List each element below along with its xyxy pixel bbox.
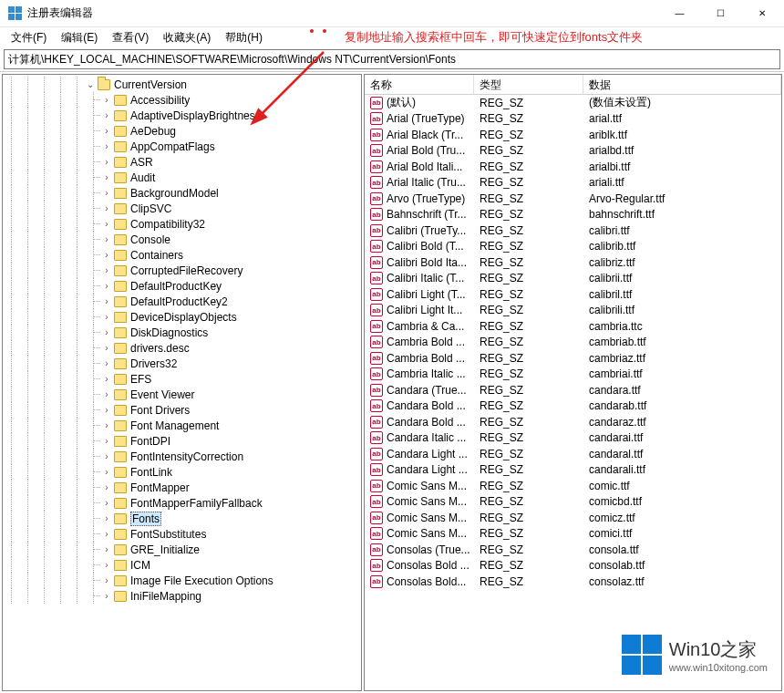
tree-item[interactable]: ›AppCompatFlags (3, 139, 361, 154)
list-row[interactable]: abCambria Italic ...REG_SZcambriai.ttf (365, 367, 781, 383)
chevron-right-icon[interactable]: › (101, 513, 112, 523)
list-row[interactable]: abCambria & Ca...REG_SZcambria.ttc (365, 318, 781, 335)
tree-item[interactable]: ›Accessibility (3, 92, 361, 108)
tree-item[interactable]: ›FontMapper (3, 480, 361, 495)
tree-item[interactable]: ›ICM (3, 557, 361, 573)
list-row[interactable]: abCandara (True...REG_SZcandara.ttf (365, 382, 781, 398)
tree-item[interactable]: ›DeviceDisplayObjects (3, 309, 361, 325)
chevron-down-icon[interactable]: ⌄ (85, 79, 96, 89)
list-row[interactable]: abCambria Bold ...REG_SZcambriaz.ttf (365, 350, 781, 367)
list-row[interactable]: abCalibri Light It...REG_SZcalibrili.ttf (365, 303, 781, 319)
chevron-right-icon[interactable]: › (101, 389, 112, 399)
tree-item[interactable]: ›DefaultProductKey (3, 278, 361, 294)
minimize-button[interactable]: — (659, 1, 700, 26)
chevron-right-icon[interactable]: › (101, 544, 112, 554)
list-row[interactable]: abArial Italic (Tru...REG_SZariali.ttf (365, 175, 781, 191)
chevron-right-icon[interactable]: › (101, 172, 112, 182)
col-header-data[interactable]: 数据 (583, 75, 781, 94)
list-body[interactable]: ab(默认)REG_SZ(数值未设置)abArial (TrueType)REG… (365, 95, 781, 690)
chevron-right-icon[interactable]: › (101, 498, 112, 508)
tree-item[interactable]: ›Font Drivers (3, 402, 361, 418)
list-row[interactable]: abCalibri Light (T...REG_SZcalibril.ttf (365, 286, 781, 303)
chevron-right-icon[interactable]: › (101, 560, 112, 570)
chevron-right-icon[interactable]: › (101, 358, 112, 368)
tree-item[interactable]: ›FontDPI (3, 433, 361, 449)
col-header-type[interactable]: 类型 (474, 75, 583, 94)
chevron-right-icon[interactable]: › (101, 327, 112, 337)
tree-item[interactable]: ›BackgroundModel (3, 185, 361, 201)
list-row[interactable]: abArvo (TrueType)REG_SZArvo-Regular.ttf (365, 191, 781, 207)
tree-item[interactable]: ›Containers (3, 247, 361, 263)
chevron-right-icon[interactable]: › (101, 188, 112, 198)
list-row[interactable]: abArial (TrueType)REG_SZarial.ttf (365, 111, 781, 128)
chevron-right-icon[interactable]: › (101, 250, 112, 260)
list-row[interactable]: abCandara Bold ...REG_SZcandarab.ttf (365, 398, 781, 415)
tree-item[interactable]: ›Fonts (3, 511, 361, 526)
list-row[interactable]: abArial Bold Itali...REG_SZarialbi.ttf (365, 159, 781, 175)
menu-help[interactable]: 帮助(H) (218, 28, 270, 47)
tree-item[interactable]: ›AdaptiveDisplayBrightness (3, 108, 361, 123)
list-row[interactable]: abCandara Light ...REG_SZcandaral.ttf (365, 446, 781, 462)
list-row[interactable]: abConsolas Bold ...REG_SZconsolab.ttf (365, 558, 781, 574)
list-row[interactable]: abConsolas Bold...REG_SZconsolaz.ttf (365, 574, 781, 590)
tree-item[interactable]: ›FontIntensityCorrection (3, 449, 361, 464)
chevron-right-icon[interactable]: › (101, 420, 112, 430)
chevron-right-icon[interactable]: › (101, 529, 112, 539)
chevron-right-icon[interactable]: › (101, 405, 112, 415)
list-row[interactable]: abBahnschrift (Tr...REG_SZbahnschrift.tt… (365, 207, 781, 223)
list-row[interactable]: abCalibri Bold Ita...REG_SZcalibriz.ttf (365, 254, 781, 271)
chevron-right-icon[interactable]: › (101, 296, 112, 306)
chevron-right-icon[interactable]: › (101, 482, 112, 492)
menu-favorites[interactable]: 收藏夹(A) (156, 28, 218, 47)
tree-item[interactable]: ›Image File Execution Options (3, 573, 361, 588)
list-row[interactable]: abCambria Bold ...REG_SZcambriab.ttf (365, 335, 781, 351)
chevron-right-icon[interactable]: › (101, 281, 112, 291)
col-header-name[interactable]: 名称 (365, 75, 474, 94)
tree-item[interactable]: ›Drivers32 (3, 356, 361, 371)
chevron-right-icon[interactable]: › (101, 95, 112, 105)
list-row[interactable]: abCalibri (TrueTy...REG_SZcalibri.ttf (365, 222, 781, 239)
list-row[interactable]: abCalibri Italic (T...REG_SZcalibrii.ttf (365, 271, 781, 287)
tree-item[interactable]: ›Console (3, 232, 361, 247)
chevron-right-icon[interactable]: › (101, 126, 112, 136)
list-row[interactable]: abCalibri Bold (T...REG_SZcalibrib.ttf (365, 239, 781, 255)
maximize-button[interactable]: ☐ (700, 1, 741, 26)
tree-item[interactable]: ›Audit (3, 170, 361, 185)
list-row[interactable]: abComic Sans M...REG_SZcomicbd.ttf (365, 494, 781, 511)
tree-item[interactable]: ›EFS (3, 371, 361, 387)
tree-item[interactable]: ›drivers.desc (3, 340, 361, 356)
chevron-right-icon[interactable]: › (101, 219, 112, 229)
tree-item[interactable]: ›IniFileMapping (3, 588, 361, 604)
list-row[interactable]: abCandara Bold ...REG_SZcandaraz.ttf (365, 414, 781, 430)
tree-item-currentversion[interactable]: ⌄CurrentVersion (3, 77, 361, 92)
tree-item[interactable]: ›ClipSVC (3, 201, 361, 216)
list-row[interactable]: abCandara Italic ...REG_SZcandarai.ttf (365, 430, 781, 447)
menu-file[interactable]: 文件(F) (4, 28, 54, 47)
list-row[interactable]: abArial Black (Tr...REG_SZariblk.ttf (365, 127, 781, 143)
tree-item[interactable]: ›ASR (3, 154, 361, 170)
chevron-right-icon[interactable]: › (101, 203, 112, 213)
menu-edit[interactable]: 编辑(E) (54, 28, 105, 47)
list-row[interactable]: abConsolas (True...REG_SZconsola.ttf (365, 542, 781, 558)
tree-item[interactable]: ›FontLink (3, 464, 361, 480)
address-bar[interactable]: 计算机\HKEY_LOCAL_MACHINE\SOFTWARE\Microsof… (4, 49, 780, 69)
tree-item[interactable]: ›DiskDiagnostics (3, 325, 361, 340)
tree-item[interactable]: ›GRE_Initialize (3, 542, 361, 557)
tree-item[interactable]: ›CorruptedFileRecovery (3, 263, 361, 278)
list-row[interactable]: abComic Sans M...REG_SZcomic.ttf (365, 478, 781, 494)
list-row[interactable]: ab(默认)REG_SZ(数值未设置) (365, 95, 781, 111)
tree-item[interactable]: ›Compatibility32 (3, 216, 361, 232)
menu-view[interactable]: 查看(V) (105, 28, 156, 47)
chevron-right-icon[interactable]: › (101, 374, 112, 384)
list-row[interactable]: abComic Sans M...REG_SZcomici.ttf (365, 526, 781, 543)
chevron-right-icon[interactable]: › (101, 265, 112, 275)
tree-item[interactable]: ›Font Management (3, 418, 361, 433)
chevron-right-icon[interactable]: › (101, 110, 112, 120)
chevron-right-icon[interactable]: › (101, 575, 112, 585)
list-row[interactable]: abComic Sans M...REG_SZcomicz.ttf (365, 510, 781, 526)
chevron-right-icon[interactable]: › (101, 436, 112, 446)
tree-item[interactable]: ›DefaultProductKey2 (3, 294, 361, 309)
chevron-right-icon[interactable]: › (101, 141, 112, 151)
tree-item[interactable]: ›FontSubstitutes (3, 526, 361, 542)
chevron-right-icon[interactable]: › (101, 451, 112, 461)
